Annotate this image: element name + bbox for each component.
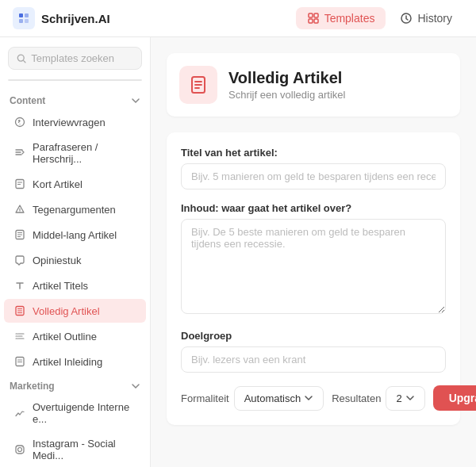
lang-en-button[interactable]: 🇬🇧 EN bbox=[75, 80, 142, 81]
svg-rect-5 bbox=[314, 13, 318, 17]
template-title-area: Volledig Artikel Schrijf een volledig ar… bbox=[228, 69, 345, 101]
search-input[interactable] bbox=[31, 52, 133, 64]
flag-en: 🇬🇧 bbox=[93, 79, 106, 81]
logo-text: Schrijven.AI bbox=[41, 12, 110, 25]
sidebar-item-volledig-artikel[interactable]: Volledig Artikel bbox=[4, 299, 146, 323]
search-box bbox=[8, 47, 142, 70]
logo-icon bbox=[13, 7, 35, 29]
artikel-inleiding-icon bbox=[13, 355, 26, 368]
parafraseren-icon bbox=[13, 147, 26, 159]
titel-label: Titel van het artikel: bbox=[181, 147, 446, 159]
flag-nl: 🇳🇱 bbox=[27, 79, 40, 81]
middel-lang-label: Middel-lang Artikel bbox=[33, 229, 117, 241]
sidebar-item-kort-artikel[interactable]: Kort Artikel bbox=[4, 172, 146, 196]
template-title: Volledig Artikel bbox=[228, 69, 345, 87]
inhoud-textarea[interactable] bbox=[181, 219, 446, 314]
sidebar-item-tegenargumenten[interactable]: Tegenargumenten bbox=[4, 197, 146, 221]
history-label: History bbox=[417, 12, 452, 25]
marketing-section-header[interactable]: Marketing bbox=[0, 374, 150, 395]
formaliteit-value: Automatisch bbox=[244, 392, 301, 404]
formaliteit-select[interactable]: Automatisch bbox=[234, 386, 324, 411]
form-footer: Formaliteit Automatisch Resultaten 2 bbox=[181, 385, 446, 411]
tegenargumenten-label: Tegenargumenten bbox=[33, 204, 116, 216]
resultaten-chevron-icon bbox=[405, 393, 415, 403]
history-nav-button[interactable]: History bbox=[389, 7, 463, 29]
interviewvragen-icon bbox=[13, 116, 26, 128]
opiniestuk-icon bbox=[13, 254, 26, 266]
sidebar-item-artikel-titels[interactable]: Artikel Titels bbox=[4, 274, 146, 297]
doelgroep-group: Doelgroep bbox=[181, 330, 446, 373]
resultaten-group: Resultaten 2 bbox=[332, 386, 424, 411]
sidebar-item-opiniestuk[interactable]: Opiniestuk bbox=[4, 248, 146, 272]
language-switcher: 🇳🇱 NL 🇬🇧 EN bbox=[8, 79, 142, 81]
main-layout: 🇳🇱 NL 🇬🇧 EN Content Interviewvragen bbox=[0, 37, 476, 467]
kort-artikel-icon bbox=[13, 178, 26, 190]
content-section-header[interactable]: Content bbox=[0, 89, 150, 109]
svg-point-11 bbox=[19, 124, 20, 124]
history-icon bbox=[400, 12, 413, 25]
interviewvragen-label: Interviewvragen bbox=[33, 117, 106, 128]
opiniestuk-label: Opiniestuk bbox=[33, 255, 81, 266]
inhoud-label: Inhoud: waar gaat het artikel over? bbox=[181, 202, 446, 214]
templates-icon bbox=[307, 12, 320, 25]
upgrade-label: Upgrade bbox=[449, 392, 476, 404]
artikel-titels-icon bbox=[13, 279, 26, 292]
svg-rect-0 bbox=[19, 13, 23, 17]
doelgroep-input[interactable] bbox=[181, 346, 446, 373]
svg-rect-3 bbox=[25, 19, 29, 23]
sidebar-item-middel-lang[interactable]: Middel-lang Artikel bbox=[4, 223, 146, 247]
doelgroep-label: Doelgroep bbox=[181, 330, 446, 342]
formaliteit-group: Formaliteit Automatisch bbox=[181, 386, 324, 411]
header: Schrijven.AI Templates History bbox=[0, 0, 476, 37]
lang-en-label: EN bbox=[110, 79, 124, 81]
instagram-icon bbox=[13, 443, 26, 456]
parafraseren-label: Parafraseren / Herschrij... bbox=[33, 141, 136, 165]
form-section: Titel van het artikel: Inhoud: waar gaat… bbox=[167, 132, 460, 425]
sidebar-item-artikel-outline[interactable]: Artikel Outline bbox=[4, 324, 146, 348]
sidebar-item-interviewvragen[interactable]: Interviewvragen bbox=[4, 110, 146, 134]
svg-rect-1 bbox=[25, 13, 29, 17]
overtuigende-label: Overtuigende Interne e... bbox=[33, 401, 136, 425]
template-header: Volledig Artikel Schrijf een volledig ar… bbox=[167, 53, 460, 117]
svg-point-19 bbox=[22, 446, 23, 447]
lang-nl-button[interactable]: 🇳🇱 NL bbox=[9, 80, 75, 81]
marketing-section-label: Marketing bbox=[10, 381, 55, 392]
chevron-down-icon bbox=[131, 96, 140, 105]
header-nav: Templates History bbox=[296, 7, 463, 29]
artikel-titels-label: Artikel Titels bbox=[33, 280, 88, 292]
sidebar: 🇳🇱 NL 🇬🇧 EN Content Interviewvragen bbox=[0, 37, 151, 467]
resultaten-select[interactable]: 2 bbox=[386, 386, 424, 411]
formaliteit-chevron-icon bbox=[304, 393, 313, 403]
formaliteit-label: Formaliteit bbox=[181, 392, 229, 404]
svg-point-13 bbox=[20, 212, 21, 212]
kort-artikel-label: Kort Artikel bbox=[33, 178, 83, 190]
template-subtitle: Schrijf een volledig artikel bbox=[228, 89, 345, 101]
instagram-label: Instagram - Social Medi... bbox=[33, 438, 136, 461]
titel-input[interactable] bbox=[181, 163, 446, 189]
search-area bbox=[0, 37, 150, 76]
logo: Schrijven.AI bbox=[13, 7, 110, 29]
sidebar-item-parafraseren[interactable]: Parafraseren / Herschrij... bbox=[4, 136, 146, 170]
titel-group: Titel van het artikel: bbox=[181, 147, 446, 189]
svg-point-18 bbox=[18, 448, 22, 452]
volledig-artikel-label: Volledig Artikel bbox=[33, 305, 100, 317]
sidebar-item-overtuigende[interactable]: Overtuigende Interne e... bbox=[4, 396, 146, 431]
lang-nl-label: NL bbox=[44, 79, 56, 81]
tegenargumenten-icon bbox=[13, 203, 26, 216]
template-icon bbox=[179, 66, 217, 104]
content-area: Volledig Artikel Schrijf een volledig ar… bbox=[151, 37, 476, 467]
templates-nav-button[interactable]: Templates bbox=[296, 7, 386, 29]
svg-point-9 bbox=[17, 55, 24, 61]
templates-label: Templates bbox=[324, 12, 375, 25]
inhoud-group: Inhoud: waar gaat het artikel over? bbox=[181, 202, 446, 317]
artikel-inleiding-label: Artikel Inleiding bbox=[33, 356, 102, 368]
resultaten-label: Resultaten bbox=[332, 392, 381, 404]
sidebar-item-artikel-inleiding[interactable]: Artikel Inleiding bbox=[4, 350, 146, 373]
volledig-artikel-icon bbox=[13, 304, 26, 317]
upgrade-button[interactable]: Upgrade bbox=[433, 385, 476, 411]
svg-point-10 bbox=[16, 118, 25, 127]
search-icon bbox=[17, 53, 26, 64]
svg-rect-2 bbox=[19, 19, 23, 23]
artikel-outline-label: Artikel Outline bbox=[33, 331, 97, 343]
sidebar-item-instagram[interactable]: Instagram - Social Medi... bbox=[4, 432, 146, 467]
